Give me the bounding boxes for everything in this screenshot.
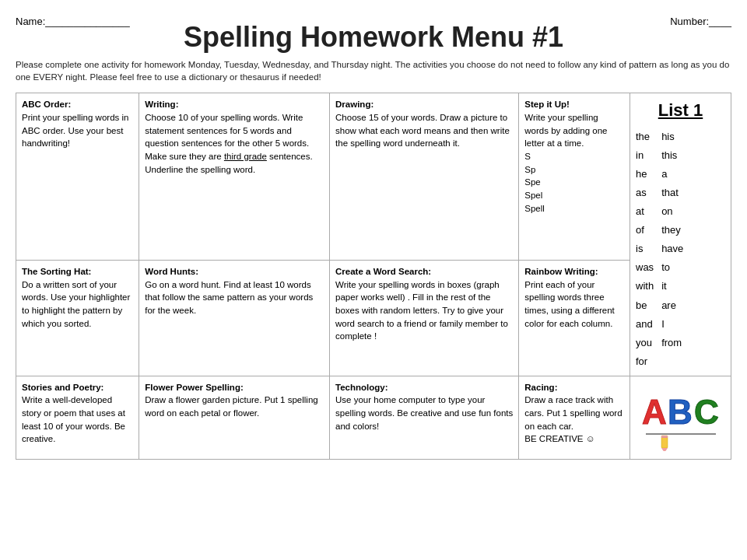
writing-body: Choose 10 of your spelling words. Write … bbox=[145, 113, 312, 174]
word-as: as bbox=[636, 184, 654, 202]
word-are: are bbox=[661, 296, 683, 315]
list1-left-words: the in he as at of is was with be and yo… bbox=[636, 128, 654, 371]
technology-title: Technology: bbox=[335, 383, 388, 392]
drawing-body: Choose 15 of your words. Draw a picture … bbox=[335, 113, 510, 148]
stories-poetry-title: Stories and Poetry: bbox=[22, 383, 103, 392]
word-he: he bbox=[636, 165, 654, 184]
sorting-hat-cell: The Sorting Hat: Do a written sort of yo… bbox=[16, 260, 139, 376]
word-for: for bbox=[636, 352, 654, 371]
abc-order-body: Print your spelling words in ABC order. … bbox=[22, 113, 128, 148]
sorting-hat-body: Do a written sort of your words. Use you… bbox=[22, 280, 130, 328]
word-search-body: Write your spelling words in boxes (grap… bbox=[335, 280, 508, 341]
name-field: Name:_______________ bbox=[16, 16, 130, 27]
word-to: to bbox=[661, 258, 683, 277]
instructions-text: Please complete one activity for homewor… bbox=[16, 58, 731, 83]
writing-cell: Writing: Choose 10 of your spelling word… bbox=[139, 93, 330, 261]
word-was: was bbox=[636, 258, 654, 277]
word-be: be bbox=[636, 296, 654, 315]
word-search-cell: Create a Word Search: Write your spellin… bbox=[330, 260, 519, 376]
word-in: in bbox=[636, 146, 654, 165]
flower-power-cell: Flower Power Spelling: Draw a flower gar… bbox=[139, 376, 330, 460]
word-that: that bbox=[661, 184, 683, 202]
word-is: is bbox=[636, 240, 654, 258]
step-it-up-title: Step it Up! bbox=[524, 100, 570, 109]
list1-header: List 1 bbox=[636, 98, 725, 123]
word-hunts-cell: Word Hunts: Go on a word hunt. Find at l… bbox=[139, 260, 330, 376]
svg-text:B: B bbox=[668, 393, 693, 431]
homework-table: ABC Order: Print your spelling words in … bbox=[16, 93, 731, 460]
word-search-title: Create a Word Search: bbox=[335, 267, 431, 276]
word-they: they bbox=[661, 221, 683, 240]
word-i: I bbox=[661, 315, 683, 334]
abc-order-title: ABC Order: bbox=[22, 100, 71, 109]
svg-marker-5 bbox=[661, 448, 668, 451]
word-of: of bbox=[636, 221, 654, 240]
racing-cell: Racing: Draw a race track with cars. Put… bbox=[519, 376, 630, 460]
word-hunts-title: Word Hunts: bbox=[145, 267, 198, 276]
stories-poetry-body: Write a well-developed story or poem tha… bbox=[22, 395, 125, 443]
step-it-up-cell: Step it Up! Write your spelling words by… bbox=[519, 93, 630, 261]
svg-rect-7 bbox=[661, 436, 668, 438]
word-it: it bbox=[661, 277, 683, 296]
flower-power-title: Flower Power Spelling: bbox=[145, 383, 244, 392]
drawing-title: Drawing: bbox=[335, 100, 374, 109]
writing-title: Writing: bbox=[145, 100, 178, 109]
stories-poetry-cell: Stories and Poetry: Write a well-develop… bbox=[16, 376, 139, 460]
abc-image-cell: A B C bbox=[630, 376, 731, 460]
word-with: with bbox=[636, 277, 654, 296]
rainbow-writing-title: Rainbow Writing: bbox=[524, 267, 598, 276]
racing-title: Racing: bbox=[524, 383, 557, 392]
list1-words: the in he as at of is was with be and yo… bbox=[636, 128, 725, 371]
technology-cell: Technology: Use your home computer to ty… bbox=[330, 376, 519, 460]
technology-body: Use your home computer to type your spel… bbox=[335, 395, 513, 430]
svg-text:A: A bbox=[642, 393, 667, 431]
rainbow-writing-body: Print each of your spelling words three … bbox=[524, 280, 615, 328]
word-the: the bbox=[636, 128, 654, 146]
list1-right-words: his this a that on they have to it are I… bbox=[661, 128, 683, 371]
abc-graphic: A B C bbox=[636, 381, 725, 455]
flower-power-body: Draw a flower garden picture. Put 1 spel… bbox=[145, 395, 317, 418]
word-on: on bbox=[661, 202, 683, 221]
word-hunts-body: Go on a word hunt. Find at least 10 word… bbox=[145, 280, 313, 315]
word-you: you bbox=[636, 334, 654, 352]
number-field: Number:____ bbox=[670, 16, 731, 27]
word-have: have bbox=[661, 240, 683, 258]
word-at: at bbox=[636, 202, 654, 221]
rainbow-writing-cell: Rainbow Writing: Print each of your spel… bbox=[519, 260, 630, 376]
word-from: from bbox=[661, 334, 683, 352]
word-this: this bbox=[661, 146, 683, 165]
drawing-cell: Drawing: Choose 15 of your words. Draw a… bbox=[330, 93, 519, 261]
word-and: and bbox=[636, 315, 654, 334]
sorting-hat-title: The Sorting Hat: bbox=[22, 267, 91, 276]
list1-cell: List 1 the in he as at of is was with be… bbox=[630, 93, 731, 376]
word-a: a bbox=[661, 165, 683, 184]
racing-body: Draw a race track with cars. Put 1 spell… bbox=[524, 395, 622, 443]
svg-text:C: C bbox=[694, 393, 719, 431]
abc-order-cell: ABC Order: Print your spelling words in … bbox=[16, 93, 139, 261]
abc-svg: A B C bbox=[638, 381, 724, 451]
word-his: his bbox=[661, 128, 683, 146]
step-it-up-body: Write your spelling words by adding one … bbox=[524, 113, 607, 213]
